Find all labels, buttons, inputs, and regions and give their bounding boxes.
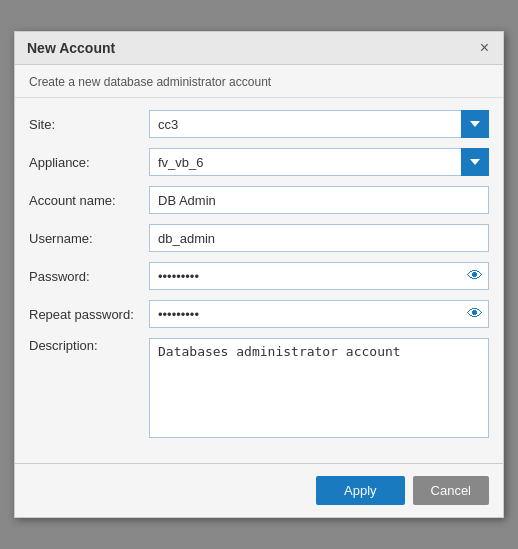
account-name-label: Account name:	[29, 193, 149, 208]
dialog-body: Site: cc3 Appliance: fv_vb_6 Account nam…	[15, 98, 503, 463]
username-label: Username:	[29, 231, 149, 246]
repeat-password-toggle-icon[interactable]: 👁	[467, 305, 483, 323]
appliance-label: Appliance:	[29, 155, 149, 170]
password-toggle-icon[interactable]: 👁	[467, 267, 483, 285]
password-label: Password:	[29, 269, 149, 284]
new-account-dialog: New Account × Create a new database admi…	[14, 31, 504, 518]
password-row: Password: 👁	[29, 262, 489, 290]
dialog-footer: Apply Cancel	[15, 463, 503, 517]
repeat-password-label: Repeat password:	[29, 307, 149, 322]
description-label: Description:	[29, 338, 149, 353]
description-wrap: Databases administrator account	[149, 338, 489, 441]
appliance-select-wrap: fv_vb_6	[149, 148, 489, 176]
repeat-password-row: Repeat password: 👁	[29, 300, 489, 328]
dialog-title-bar: New Account ×	[15, 32, 503, 65]
site-select[interactable]: cc3	[149, 110, 489, 138]
repeat-password-wrap: 👁	[149, 300, 489, 328]
appliance-select[interactable]: fv_vb_6	[149, 148, 489, 176]
site-select-wrap: cc3	[149, 110, 489, 138]
password-input[interactable]	[149, 262, 489, 290]
description-row: Description: Databases administrator acc…	[29, 338, 489, 441]
username-wrap	[149, 224, 489, 252]
site-label: Site:	[29, 117, 149, 132]
description-textarea[interactable]: Databases administrator account	[149, 338, 489, 438]
dialog-title: New Account	[27, 40, 115, 56]
account-name-input[interactable]	[149, 186, 489, 214]
cancel-button[interactable]: Cancel	[413, 476, 489, 505]
repeat-password-input[interactable]	[149, 300, 489, 328]
dialog-subtitle: Create a new database administrator acco…	[15, 65, 503, 98]
close-button[interactable]: ×	[478, 40, 491, 56]
account-name-row: Account name:	[29, 186, 489, 214]
apply-button[interactable]: Apply	[316, 476, 405, 505]
account-name-wrap	[149, 186, 489, 214]
username-row: Username:	[29, 224, 489, 252]
username-input[interactable]	[149, 224, 489, 252]
password-wrap: 👁	[149, 262, 489, 290]
appliance-row: Appliance: fv_vb_6	[29, 148, 489, 176]
site-row: Site: cc3	[29, 110, 489, 138]
